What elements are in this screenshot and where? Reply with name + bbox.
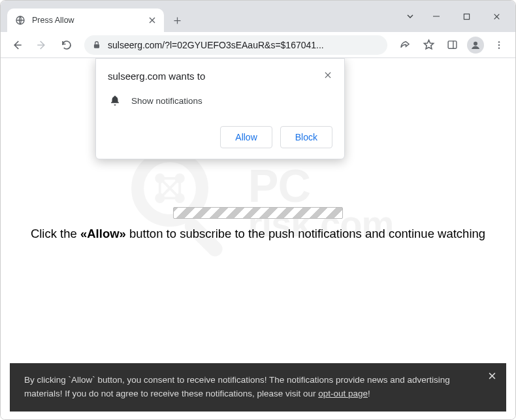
lock-icon <box>92 40 101 50</box>
bell-icon <box>109 95 121 106</box>
share-icon[interactable] <box>394 34 416 56</box>
back-button[interactable] <box>6 34 28 56</box>
notification-permission-dialog: sulseerg.com wants to Show notifications… <box>95 58 345 159</box>
maximize-button[interactable] <box>451 3 481 29</box>
instruction-text: Click the «Allow» button to subscribe to… <box>1 227 515 241</box>
url-text: sulseerg.com/?l=02GYUEFO3sEAauR&s=$16704… <box>108 40 324 50</box>
svg-point-11 <box>175 173 185 183</box>
banner-text-end: ! <box>368 389 370 398</box>
kebab-menu-icon[interactable] <box>488 34 510 56</box>
opt-out-link[interactable]: opt-out page <box>318 389 368 398</box>
forward-button[interactable] <box>31 34 53 56</box>
globe-icon <box>15 15 25 25</box>
svg-rect-2 <box>94 44 99 48</box>
page-content: PC risk.com sulseerg.com wants to Show n… <box>1 58 515 420</box>
tab-title: Press Allow <box>32 16 140 25</box>
close-icon[interactable] <box>323 71 332 80</box>
svg-rect-1 <box>464 14 469 19</box>
chevron-down-icon[interactable] <box>399 11 421 22</box>
browser-toolbar: sulseerg.com/?l=02GYUEFO3sEAauR&s=$16704… <box>1 32 515 58</box>
profile-avatar[interactable] <box>464 34 487 56</box>
close-tab-icon[interactable] <box>147 15 157 25</box>
close-window-button[interactable] <box>481 3 511 29</box>
instruction-prefix: Click the <box>31 227 80 240</box>
banner-close-icon[interactable] <box>487 371 497 381</box>
permission-label: Show notifications <box>131 96 202 106</box>
window-controls <box>399 1 515 32</box>
window-titlebar: Press Allow <box>1 1 515 32</box>
instruction-bold: «Allow» <box>80 227 126 240</box>
svg-point-12 <box>155 193 165 203</box>
svg-rect-3 <box>448 41 457 48</box>
loading-bar <box>173 207 343 219</box>
instruction-suffix: button to subscribe to the push notifica… <box>126 227 485 240</box>
banner-text: By clicking `Allow` button, you consent … <box>24 375 450 398</box>
address-bar[interactable]: sulseerg.com/?l=02GYUEFO3sEAauR&s=$16704… <box>84 35 387 55</box>
allow-button[interactable]: Allow <box>220 126 272 148</box>
watermark: PC risk.com <box>123 141 393 265</box>
watermark-line1: PC <box>248 165 393 207</box>
new-tab-button[interactable] <box>168 11 186 29</box>
permission-origin: sulseerg.com wants to <box>108 71 205 82</box>
minimize-button[interactable] <box>421 3 451 29</box>
svg-point-7 <box>498 47 500 48</box>
block-button[interactable]: Block <box>280 126 332 148</box>
svg-point-13 <box>175 193 185 203</box>
consent-banner: By clicking `Allow` button, you consent … <box>10 363 506 412</box>
browser-tab[interactable]: Press Allow <box>7 8 164 32</box>
svg-point-10 <box>155 173 165 183</box>
bookmark-star-icon[interactable] <box>417 34 440 56</box>
svg-point-5 <box>498 41 500 42</box>
svg-point-4 <box>474 41 477 45</box>
svg-point-6 <box>498 44 500 45</box>
reload-button[interactable] <box>56 34 78 56</box>
side-panel-icon[interactable] <box>441 34 463 56</box>
